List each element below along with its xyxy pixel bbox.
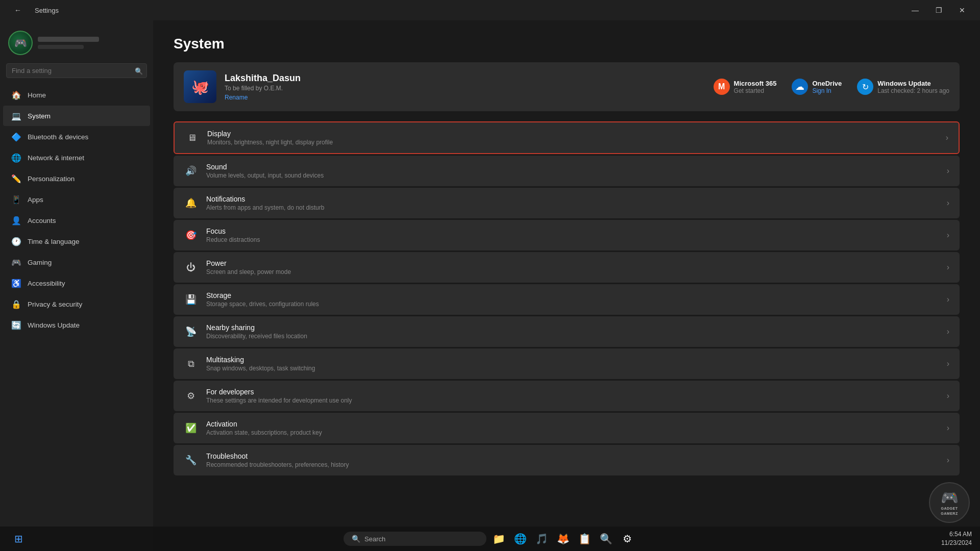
settings-item-text: Multitasking Snap windows, desktops, tas… (206, 356, 939, 372)
settings-item-troubleshoot[interactable]: 🔧 Troubleshoot Recommended troubleshoote… (174, 445, 960, 475)
settings-item-sub: Volume levels, output, input, sound devi… (206, 172, 939, 179)
search-input[interactable] (6, 63, 147, 78)
taskbar-search-label: Search (364, 535, 385, 543)
title-bar: ← Settings — ❐ ✕ (0, 0, 980, 20)
sidebar-item-home[interactable]: 🏠 Home (3, 85, 150, 105)
back-button[interactable]: ← (6, 0, 30, 20)
ms365-title: Microsoft 365 (734, 80, 777, 87)
winupdate-action[interactable]: ↻ Windows Update Last checked: 2 hours a… (857, 79, 949, 95)
title-bar-controls: — ❐ ✕ (903, 0, 974, 20)
page-title: System (174, 36, 960, 52)
sidebar-item-apps[interactable]: 📱 Apps (3, 189, 150, 210)
settings-list: 🖥 Display Monitors, brightness, night li… (174, 121, 960, 475)
avatar: 🎮 (8, 31, 33, 55)
profile-card-sub: To be filled by O.E.M. (225, 85, 705, 92)
chevron-right-icon: › (947, 423, 949, 433)
settings-item-for-developers[interactable]: ⚙ For developers These settings are inte… (174, 381, 960, 411)
close-button[interactable]: ✕ (950, 0, 974, 20)
rename-link[interactable]: Rename (225, 94, 705, 101)
watermark-inner: 🎮 GADGETGAMERZ (929, 482, 970, 523)
sidebar-item-bluetooth-and-devices[interactable]: 🔷 Bluetooth & devices (3, 127, 150, 147)
taskbar-firefox[interactable]: 🦊 (554, 530, 572, 548)
settings-item-text: Display Monitors, brightness, night ligh… (207, 130, 938, 146)
chevron-right-icon: › (946, 133, 948, 142)
winupdate-sub: Last checked: 2 hours ago (877, 87, 949, 94)
chevron-right-icon: › (947, 456, 949, 465)
taskbar-edge[interactable]: 🌐 (511, 530, 529, 548)
taskbar-search-app[interactable]: 🔍 (597, 530, 615, 548)
sidebar-search[interactable]: 🔍 (6, 63, 147, 78)
settings-item-focus[interactable]: 🎯 Focus Reduce distractions › (174, 220, 960, 251)
taskbar-search[interactable]: 🔍 Search (344, 532, 486, 546)
nav-icon: ✏️ (11, 173, 21, 184)
sidebar-item-system[interactable]: 💻 System (3, 106, 150, 126)
windows-logo-icon: ⊞ (14, 533, 23, 545)
taskbar: ⊞ 🔍 Search 📁 🌐 🎵 🦊 📋 🔍 ⚙ 6:54 AM 11/23/2… (0, 527, 980, 551)
settings-item-text: Power Screen and sleep, power mode (206, 259, 939, 276)
nav-label: Accessibility (28, 280, 65, 287)
nav-icon: 🎮 (11, 257, 21, 267)
settings-item-icon: 🎯 (184, 228, 198, 242)
sidebar-item-network-and-internet[interactable]: 🌐 Network & internet (3, 147, 150, 168)
settings-item-notifications[interactable]: 🔔 Notifications Alerts from apps and sys… (174, 188, 960, 218)
taskbar-spotify[interactable]: 🎵 (532, 530, 551, 548)
settings-item-title: Display (207, 130, 938, 138)
start-button[interactable]: ⊞ (8, 529, 29, 549)
settings-item-icon: ⧉ (184, 357, 198, 371)
settings-item-sub: Discoverability, received files location (206, 333, 939, 340)
watermark-icon: 🎮 (941, 489, 959, 506)
settings-item-sub: Storage space, drives, configuration rul… (206, 300, 939, 308)
onedrive-title: OneDrive (812, 80, 842, 87)
settings-item-sound[interactable]: 🔊 Sound Volume levels, output, input, so… (174, 156, 960, 186)
settings-item-storage[interactable]: 💾 Storage Storage space, drives, configu… (174, 284, 960, 315)
chevron-right-icon: › (947, 231, 949, 240)
settings-item-icon: 💾 (184, 292, 198, 307)
maximize-button[interactable]: ❐ (927, 0, 950, 20)
ms365-sub: Get started (734, 87, 777, 94)
sidebar-item-gaming[interactable]: 🎮 Gaming (3, 252, 150, 272)
nav-icon: 🏠 (11, 90, 21, 100)
settings-item-sub: Activation state, subscriptions, product… (206, 429, 939, 436)
settings-item-icon: 🔊 (184, 164, 198, 178)
minimize-button[interactable]: — (903, 0, 927, 20)
settings-item-multitasking[interactable]: ⧉ Multitasking Snap windows, desktops, t… (174, 348, 960, 379)
sidebar-item-windows-update[interactable]: 🔄 Windows Update (3, 315, 150, 335)
chevron-right-icon: › (947, 359, 949, 368)
chevron-right-icon: › (947, 166, 949, 176)
nav-label: Accounts (28, 217, 56, 224)
onedrive-action[interactable]: ☁ OneDrive Sign In (792, 79, 842, 95)
settings-item-text: Nearby sharing Discoverability, received… (206, 323, 939, 340)
settings-item-sub: These settings are intended for developm… (206, 397, 939, 404)
ms365-action[interactable]: M Microsoft 365 Get started (714, 79, 777, 95)
nav-icon: 🕐 (11, 236, 21, 246)
watermark-text: GADGETGAMERZ (941, 506, 958, 515)
taskbar-settings[interactable]: ⚙ (618, 530, 636, 548)
sidebar-item-privacy-and-security[interactable]: 🔒 Privacy & security (3, 294, 150, 314)
settings-item-activation[interactable]: ✅ Activation Activation state, subscript… (174, 413, 960, 443)
settings-item-nearby-sharing[interactable]: 📡 Nearby sharing Discoverability, receiv… (174, 316, 960, 347)
settings-item-display[interactable]: 🖥 Display Monitors, brightness, night li… (174, 121, 960, 154)
main-content: System 🐙 Lakshitha_Dasun To be filled by… (153, 20, 980, 551)
watermark: 🎮 GADGETGAMERZ (929, 482, 970, 523)
nav-label: Apps (28, 196, 43, 204)
settings-item-text: Notifications Alerts from apps and syste… (206, 195, 939, 211)
taskbar-left: ⊞ (8, 529, 29, 549)
sidebar-item-time-and-language[interactable]: 🕐 Time & language (3, 231, 150, 252)
nav-icon: 💻 (11, 111, 21, 121)
time-display: 6:54 AM 11/23/2024 (941, 530, 972, 547)
settings-item-title: For developers (206, 388, 939, 396)
profile-card-actions: M Microsoft 365 Get started ☁ OneDrive S… (714, 79, 949, 95)
sidebar-item-accessibility[interactable]: ♿ Accessibility (3, 273, 150, 293)
settings-item-icon: 🖥 (185, 131, 199, 145)
chevron-right-icon: › (947, 263, 949, 272)
sidebar-item-accounts[interactable]: 👤 Accounts (3, 210, 150, 231)
title-bar-left: ← Settings (6, 0, 59, 20)
settings-item-power[interactable]: ⏻ Power Screen and sleep, power mode › (174, 252, 960, 283)
sidebar-item-personalization[interactable]: ✏️ Personalization (3, 168, 150, 189)
settings-item-icon: ✅ (184, 421, 198, 435)
nav-label: Privacy & security (28, 300, 82, 308)
time-text: 6:54 AM (941, 530, 972, 539)
taskbar-notes[interactable]: 📋 (575, 530, 594, 548)
nav-icon: ♿ (11, 278, 21, 288)
taskbar-file-explorer[interactable]: 📁 (489, 530, 508, 548)
